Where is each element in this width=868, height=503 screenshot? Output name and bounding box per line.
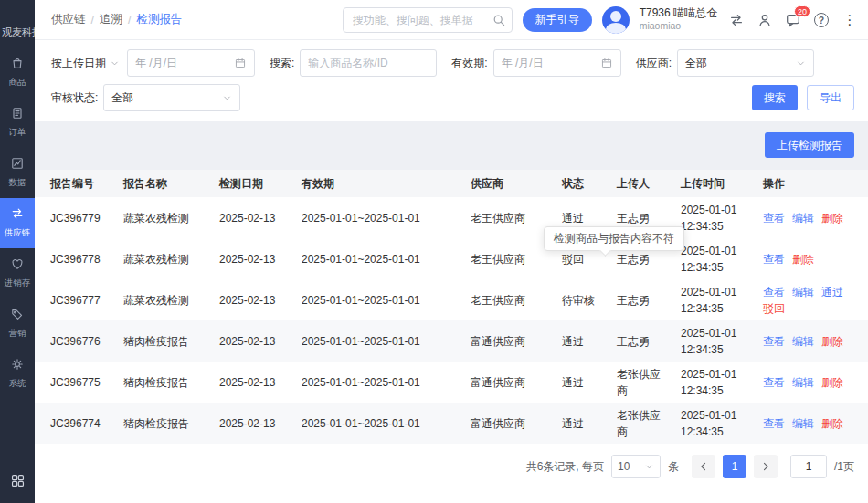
sidebar-item-system[interactable]: 系统: [0, 349, 35, 399]
help-icon[interactable]: ?: [812, 11, 831, 29]
breadcrumb-item[interactable]: 追溯: [100, 12, 122, 27]
cell-supplier: 富通供应商: [455, 403, 546, 444]
export-button[interactable]: 导出: [807, 85, 854, 110]
sidebar-item-orders[interactable]: 订单: [0, 98, 35, 148]
cell-upload-time: 2025-01-01 12:34:35: [665, 403, 747, 444]
product-search-input[interactable]: [300, 49, 437, 77]
page-size-select[interactable]: 10: [611, 455, 661, 478]
table-header-row: 报告编号报告名称检测日期有效期供应商状态上传人上传时间操作: [35, 170, 868, 197]
cell-actions: 查看编辑删除: [747, 197, 868, 238]
apps-grid-icon[interactable]: [0, 462, 35, 503]
sidebar-nav: 商品订单数据供应链进销存营销系统: [0, 47, 35, 399]
cell-actions: 查看编辑删除: [747, 362, 868, 403]
cell-validity: 2025-01-01~2025-01-01: [286, 403, 455, 444]
more-menu-icon[interactable]: ⋮: [841, 11, 859, 29]
action-approve[interactable]: 通过: [821, 286, 843, 299]
cell-report-name: 猪肉检疫报告: [108, 403, 204, 444]
cell-upload-time: 2025-01-01 12:34:35: [665, 279, 747, 320]
upload-date-picker[interactable]: 年 /月/日: [127, 49, 255, 77]
app-root: 观麦科技 商品订单数据供应链进销存营销系统 供应链/追溯/检测报告 新手引导 T…: [0, 0, 868, 503]
column-header: 检测日期: [204, 170, 286, 197]
system-gear-icon: [10, 357, 25, 374]
contacts-icon[interactable]: [756, 11, 774, 29]
page-number-1[interactable]: 1: [723, 455, 746, 478]
cell-report-id: JC396775: [35, 362, 108, 403]
action-view[interactable]: 查看: [763, 417, 785, 430]
sidebar-item-label: 订单: [9, 126, 26, 138]
action-edit[interactable]: 编辑: [792, 212, 814, 225]
topbar: 供应链/追溯/检测报告 新手引导 T7936 喵喵总仓 miaomiao 20: [35, 0, 868, 40]
main-area: 供应链/追溯/检测报告 新手引导 T7936 喵喵总仓 miaomiao 20: [35, 0, 868, 503]
cell-supplier: 富通供应商: [455, 362, 546, 403]
toolbar-band: 上传检测报告: [35, 121, 868, 170]
cell-status: 通过: [546, 320, 601, 362]
action-delete[interactable]: 删除: [821, 212, 843, 225]
action-view[interactable]: 查看: [763, 212, 785, 225]
report-table: 报告编号报告名称检测日期有效期供应商状态上传人上传时间操作 JC396779蔬菜…: [35, 170, 868, 444]
next-page-button[interactable]: [754, 455, 778, 478]
date-type-select[interactable]: 按上传日期: [51, 56, 120, 71]
cell-test-date: 2025-02-13: [204, 403, 286, 444]
global-search: [343, 7, 513, 33]
supplier-label: 供应商:: [636, 56, 672, 71]
logo: 观麦科技: [0, 0, 35, 47]
cell-test-date: 2025-02-13: [204, 279, 286, 320]
cell-status: 通过: [546, 362, 601, 403]
table-row: JC396778蔬菜农残检测2025-02-132025-01-01~2025-…: [35, 238, 868, 279]
sidebar-item-inventory[interactable]: 进销存: [0, 248, 35, 299]
action-edit[interactable]: 编辑: [792, 286, 814, 299]
column-header: 报告编号: [35, 170, 108, 197]
action-reject[interactable]: 驳回: [763, 302, 785, 315]
cell-uploader: 王志勇: [601, 279, 665, 320]
account-info[interactable]: T7936 喵喵总仓 miaomiao: [640, 6, 717, 32]
sidebar-item-marketing[interactable]: 营销: [0, 299, 35, 349]
switch-store-icon[interactable]: [727, 11, 746, 29]
global-search-input[interactable]: [343, 7, 513, 33]
breadcrumb: 供应链/追溯/检测报告: [51, 12, 182, 27]
sidebar-item-supply[interactable]: 供应链: [0, 198, 35, 248]
sidebar: 观麦科技 商品订单数据供应链进销存营销系统: [0, 0, 35, 503]
cell-uploader: 老张供应商: [601, 362, 665, 403]
breadcrumb-item[interactable]: 供应链: [51, 12, 86, 27]
sidebar-item-label: 商品: [9, 76, 26, 88]
search-icon: [492, 13, 506, 27]
supplier-select[interactable]: 全部: [677, 49, 814, 77]
report-table-wrap: 报告编号报告名称检测日期有效期供应商状态上传人上传时间操作 JC396779蔬菜…: [35, 170, 868, 444]
action-delete[interactable]: 删除: [792, 253, 814, 266]
cell-validity: 2025-01-01~2025-01-01: [286, 320, 455, 362]
audit-status-select[interactable]: 全部: [103, 84, 240, 111]
message-badge: 20: [794, 5, 810, 17]
supply-chain-icon: [10, 206, 25, 224]
action-delete[interactable]: 删除: [821, 376, 843, 389]
validity-date-picker[interactable]: 年 /月/日: [493, 49, 621, 77]
action-edit[interactable]: 编辑: [792, 417, 814, 430]
action-edit[interactable]: 编辑: [792, 376, 814, 389]
cell-report-id: JC396774: [35, 403, 108, 444]
action-view[interactable]: 查看: [763, 286, 785, 299]
prev-page-button[interactable]: [692, 455, 715, 478]
page-jump-input[interactable]: [790, 455, 827, 478]
column-header: 供应商: [455, 170, 546, 197]
sidebar-item-label: 数据: [9, 176, 26, 188]
upload-report-button[interactable]: 上传检测报告: [765, 132, 854, 158]
marketing-tag-icon: [10, 307, 25, 324]
beginner-guide-button[interactable]: 新手引导: [523, 8, 592, 32]
sidebar-item-goods[interactable]: 商品: [0, 47, 35, 98]
action-view[interactable]: 查看: [763, 335, 785, 348]
account-username: miaomiao: [640, 20, 717, 32]
avatar[interactable]: [602, 6, 630, 34]
action-view[interactable]: 查看: [763, 376, 785, 389]
search-button[interactable]: 搜索: [752, 85, 798, 110]
cell-actions: 查看编辑删除: [747, 320, 868, 362]
sidebar-item-data[interactable]: 数据: [0, 148, 35, 198]
action-delete[interactable]: 删除: [821, 335, 843, 348]
goods-icon: [10, 56, 25, 73]
action-view[interactable]: 查看: [763, 253, 785, 266]
cell-validity: 2025-01-01~2025-01-01: [286, 238, 455, 279]
action-edit[interactable]: 编辑: [792, 335, 814, 348]
cell-actions: 查看删除: [747, 238, 868, 279]
messages-icon[interactable]: 20: [784, 11, 802, 29]
action-delete[interactable]: 删除: [821, 417, 843, 430]
chevron-right-icon: [760, 461, 771, 472]
table-row: JC396779蔬菜农残检测2025-02-132025-01-01~2025-…: [35, 197, 868, 238]
